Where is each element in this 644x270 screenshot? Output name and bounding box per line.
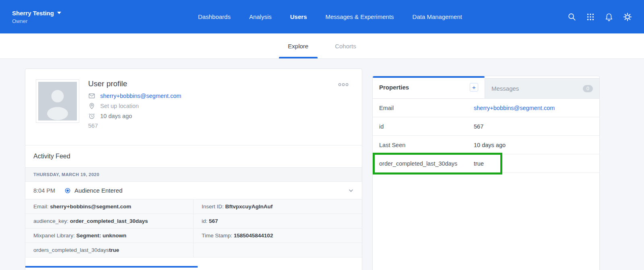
detail-label: Email: (33, 204, 50, 210)
property-value: 10 days ago (474, 142, 506, 148)
partial-blue-bar (25, 266, 198, 268)
nav-item-analysis[interactable]: Analysis (249, 13, 272, 20)
avatar (36, 79, 79, 123)
event-detail-row: audience_key: order_completed_last_30day… (25, 214, 362, 228)
event-dot-icon (65, 188, 70, 193)
tab-properties[interactable]: Properties + (373, 76, 485, 98)
bell-icon[interactable] (605, 12, 613, 21)
property-value: true (474, 160, 484, 167)
properties-panel: Properties + Messages 0 Email sherry+bob… (372, 76, 600, 270)
event-detail-row: Mixpanel Library: Segment: unknown Time … (25, 228, 362, 243)
project-role: Owner (12, 18, 101, 24)
top-nav: Sherry Testing Owner Dashboards Analysis… (0, 0, 644, 33)
messages-count-badge: 0 (583, 85, 593, 92)
activity-feed-title: Activity Feed (25, 145, 362, 168)
property-label: order_completed_last_30days (379, 160, 474, 167)
tab-messages-label: Messages (491, 85, 519, 92)
profile-location-row: Set up location (88, 102, 354, 110)
event-time: 8:04 PM (33, 187, 65, 194)
gear-icon[interactable] (623, 12, 632, 21)
clock-icon (88, 112, 95, 120)
nav-item-data-management[interactable]: Data Management (413, 13, 462, 20)
add-property-button[interactable]: + (470, 83, 478, 91)
property-row-last-seen: Last Seen 10 days ago (373, 136, 599, 154)
user-profile-card: User profile sherry+bobbins@segment.com … (25, 69, 362, 270)
profile-lastseen: 10 days ago (100, 113, 132, 119)
event-detail-row: orders_completed_last_30daystrue (25, 243, 362, 258)
profile-user-id: 567 (88, 123, 354, 129)
location-pin-icon (88, 102, 95, 110)
detail-cell: Time Stamp: 1585045844102 (194, 228, 362, 243)
project-switcher[interactable]: Sherry Testing Owner (12, 10, 101, 24)
property-label: id (379, 123, 474, 130)
nav-item-users[interactable]: Users (290, 13, 307, 20)
tab-properties-label: Properties (379, 84, 409, 91)
detail-label: orders_completed_last_30days (33, 247, 109, 253)
main-nav: Dashboards Analysis Users Messages & Exp… (101, 13, 559, 20)
detail-cell (194, 243, 362, 258)
detail-cell: Email: sherry+bobbins@segment.com (25, 199, 194, 214)
detail-value: true (109, 247, 120, 253)
detail-value: 567 (209, 218, 218, 224)
detail-label: Insert ID: (202, 204, 225, 210)
tab-cohorts[interactable]: Cohorts (331, 33, 360, 58)
topnav-icons (559, 12, 632, 21)
envelope-icon (88, 92, 95, 100)
profile-title: User profile (88, 79, 354, 88)
detail-cell: id: 567 (194, 214, 362, 228)
profile-email-row: sherry+bobbins@segment.com (88, 92, 354, 100)
nav-item-messages-experiments[interactable]: Messages & Experiments (325, 13, 394, 20)
search-icon[interactable] (568, 12, 576, 21)
active-tab-underline (279, 57, 318, 58)
chevron-down-icon[interactable] (348, 188, 354, 193)
detail-value: 1585045844102 (234, 233, 273, 239)
detail-label: Time Stamp: (202, 233, 234, 239)
tab-explore[interactable]: Explore (284, 33, 312, 58)
overflow-menu-icon[interactable] (338, 81, 349, 88)
property-row-email: Email sherry+bobbins@segment.com (373, 99, 599, 117)
nav-item-dashboards[interactable]: Dashboards (198, 13, 231, 20)
event-detail-row: Email: sherry+bobbins@segment.com Insert… (25, 199, 362, 214)
person-silhouette-icon (38, 82, 77, 120)
event-row-audience-entered[interactable]: 8:04 PM Audience Entered (25, 182, 362, 199)
profile-email-link[interactable]: sherry+bobbins@segment.com (100, 93, 181, 99)
detail-cell: orders_completed_last_30daystrue (25, 243, 194, 258)
caret-down-icon (57, 12, 61, 14)
detail-cell: Insert ID: BftvpxcuyAgInAuf (194, 199, 362, 214)
profile-lastseen-row: 10 days ago (88, 112, 354, 120)
detail-label: id: (202, 218, 209, 224)
property-value: 567 (474, 123, 483, 130)
active-tab-top-bar (373, 76, 485, 78)
property-label: Email (379, 105, 474, 111)
project-name: Sherry Testing (12, 10, 54, 17)
mixpanel-users-page: Sherry Testing Owner Dashboards Analysis… (0, 0, 644, 270)
detail-label: Mixpanel Library: (33, 233, 76, 239)
detail-value: sherry+bobbins@segment.com (50, 204, 131, 210)
sub-nav: Explore Cohorts (0, 33, 644, 59)
event-name: Audience Entered (74, 187, 122, 194)
setup-location-link[interactable]: Set up location (100, 103, 139, 109)
apps-grid-icon[interactable] (586, 12, 595, 21)
tab-cohorts-label: Cohorts (335, 43, 356, 50)
property-row-order-completed: order_completed_last_30days true (373, 154, 599, 173)
tab-messages[interactable]: Messages 0 (485, 78, 599, 98)
detail-label: audience_key: (33, 218, 70, 224)
tab-explore-label: Explore (288, 43, 308, 50)
property-value-email-link[interactable]: sherry+bobbins@segment.com (474, 105, 555, 111)
detail-value: order_completed_last_30days (70, 218, 148, 224)
detail-cell: Mixpanel Library: Segment: unknown (25, 228, 194, 243)
detail-cell: audience_key: order_completed_last_30day… (25, 214, 194, 228)
profile-section: User profile sherry+bobbins@segment.com … (25, 69, 362, 145)
property-label: Last Seen (379, 142, 474, 148)
content-area: User profile sherry+bobbins@segment.com … (0, 59, 644, 270)
detail-value: Segment: unknown (76, 233, 127, 239)
properties-tabs: Properties + Messages 0 (373, 76, 599, 99)
property-row-id: id 567 (373, 117, 599, 136)
detail-value: BftvpxcuyAgInAuf (225, 204, 273, 210)
feed-date-header: THURSDAY, MARCH 19, 2020 (25, 168, 362, 182)
